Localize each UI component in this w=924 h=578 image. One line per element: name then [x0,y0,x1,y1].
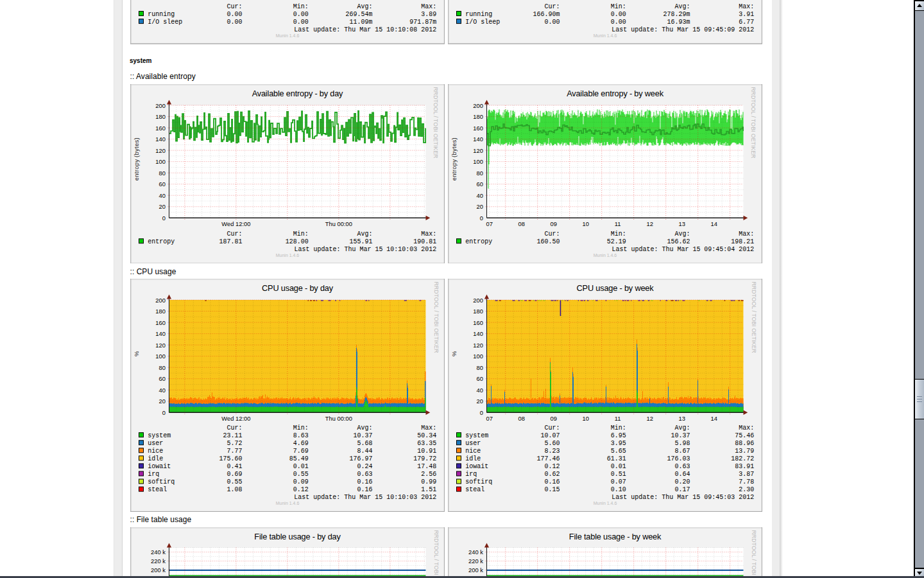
svg-text:100: 100 [473,353,483,360]
svg-text:Thu 00:00: Thu 00:00 [325,220,352,227]
svg-text:269.54m: 269.54m [345,11,372,18]
svg-text:177.46: 177.46 [536,455,560,462]
svg-text:10: 10 [582,415,588,422]
svg-text:180: 180 [473,308,483,315]
svg-text:6.77: 6.77 [739,19,754,26]
svg-text:steal: steal [148,486,167,493]
svg-text:200 k: 200 k [151,566,166,574]
svg-text:63.35: 63.35 [417,439,436,446]
svg-text:175.60: 175.60 [219,455,242,462]
svg-text:155.91: 155.91 [350,238,373,245]
svg-text:Wed 12:00: Wed 12:00 [221,220,250,227]
svg-text:14: 14 [710,220,717,227]
svg-text:10: 10 [582,220,588,227]
svg-text:iowait: iowait [148,462,171,469]
svg-text:176.97: 176.97 [349,455,372,462]
svg-text:0.24: 0.24 [357,462,372,469]
svg-text:20: 20 [477,203,483,210]
svg-text:200: 200 [155,296,166,303]
svg-text:Min:: Min: [293,424,309,431]
svg-text:0.16: 0.16 [544,478,560,486]
svg-text:09: 09 [550,220,556,227]
svg-text:Munin 1.4.6: Munin 1.4.6 [594,253,617,258]
svg-text:8.23: 8.23 [544,447,560,454]
svg-text:Min:: Min: [611,424,626,431]
svg-text:I/O sleep: I/O sleep [148,19,182,26]
svg-text:0: 0 [162,215,166,222]
svg-text:180: 180 [155,308,166,315]
svg-text:120: 120 [473,147,483,154]
svg-text:Last update: Thu Mar 15 10:10:: Last update: Thu Mar 15 10:10:03 2012 [295,246,437,253]
svg-text:220 k: 220 k [468,557,483,565]
svg-text:0.00: 0.00 [544,19,560,26]
svg-text:RRDTOOL / TOBI OETIKER: RRDTOOL / TOBI OETIKER [433,530,440,578]
svg-text:Cur:: Cur: [227,424,242,431]
svg-text:user: user [465,439,481,446]
svg-text:entropy: entropy [148,238,175,245]
svg-text:Munin 1.4.6: Munin 1.4.6 [276,33,300,38]
svg-text:12: 12 [646,220,653,227]
svg-text:13: 13 [678,415,685,422]
svg-text:0.41: 0.41 [227,462,242,469]
svg-text:0.17: 0.17 [674,486,690,493]
svg-text:190.81: 190.81 [413,238,436,245]
svg-text:0.99: 0.99 [421,478,436,486]
svg-text:CPU usage - by day: CPU usage - by day [262,283,334,293]
svg-text:12: 12 [646,415,653,422]
svg-text:2.56: 2.56 [421,470,436,477]
svg-text:1.51: 1.51 [421,486,436,493]
svg-text:softirq: softirq [465,478,492,486]
svg-text:Max:: Max: [421,231,436,238]
svg-text:softirq: softirq [148,478,175,486]
svg-text:running: running [148,11,175,18]
svg-text:140: 140 [155,136,166,143]
svg-text:100: 100 [155,158,166,165]
svg-text:Last update: Thu Mar 15 09:45:: Last update: Thu Mar 15 09:45:03 2012 [612,494,754,501]
svg-text:120: 120 [155,341,166,348]
svg-text:RRDTOOL / TOBI OETIKER: RRDTOOL / TOBI OETIKER [751,281,757,353]
svg-text:40: 40 [159,386,166,393]
svg-text:3.91: 3.91 [739,11,754,18]
svg-text:60: 60 [159,375,166,382]
svg-text:166.90m: 166.90m [533,11,560,18]
svg-text:17.48: 17.48 [417,462,436,469]
svg-text:running: running [465,11,492,18]
svg-text:0: 0 [480,215,483,222]
svg-text:100: 100 [473,158,483,165]
svg-text:0.51: 0.51 [611,470,626,477]
svg-text:0.00: 0.00 [293,11,309,18]
svg-text:7.69: 7.69 [293,447,309,454]
svg-text:Thu 00:00: Thu 00:00 [325,415,352,422]
svg-text:13: 13 [678,220,685,227]
svg-text:0.12: 0.12 [544,462,560,469]
svg-text:180: 180 [155,113,166,120]
svg-text:160: 160 [155,124,166,131]
svg-text:4.69: 4.69 [293,439,309,446]
svg-text:0.64: 0.64 [674,470,690,477]
svg-text:13.79: 13.79 [735,447,754,454]
svg-text:5.72: 5.72 [227,439,242,446]
svg-text:61.31: 61.31 [607,455,626,462]
svg-text:80: 80 [477,170,483,177]
svg-text:07: 07 [486,220,492,227]
svg-text:200 k: 200 k [468,566,483,574]
svg-text:3.87: 3.87 [739,470,754,477]
svg-text:Cur:: Cur: [545,231,560,238]
svg-text:Cur:: Cur: [227,3,242,10]
svg-text:Max:: Max: [739,231,754,238]
svg-text:Munin 1.4.6: Munin 1.4.6 [594,33,617,38]
svg-text:10.37: 10.37 [671,432,690,439]
svg-text:0.10: 0.10 [611,486,626,493]
svg-text:971.87m: 971.87m [409,19,436,26]
svg-text:system: system [465,432,488,439]
svg-text:Available entropy - by day: Available entropy - by day [252,89,343,98]
svg-text:nice: nice [148,447,163,454]
svg-text:140: 140 [155,330,166,337]
svg-text:80: 80 [477,363,483,371]
svg-text:File table usage - by day: File table usage - by day [254,532,341,541]
svg-text:5.68: 5.68 [357,439,372,446]
svg-text:240 k: 240 k [151,548,166,556]
svg-text:Min:: Min: [293,231,309,238]
svg-text:iowait: iowait [465,462,488,469]
svg-text:182.72: 182.72 [731,455,754,462]
